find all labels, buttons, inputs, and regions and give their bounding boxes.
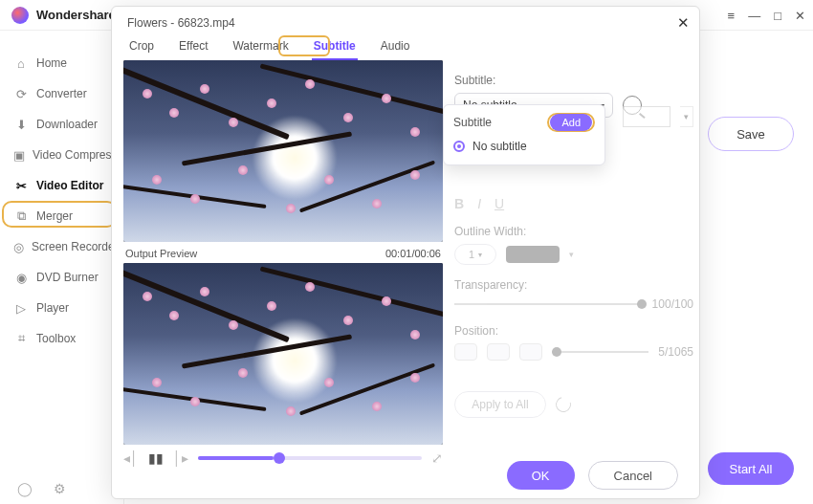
font-color-input[interactable] [623,106,670,127]
cancel-button[interactable]: Cancel [588,461,678,490]
outline-width-select[interactable]: 1▾ [454,244,496,265]
grid-icon: ⌗ [13,331,29,346]
radio-selected-icon [453,141,465,152]
position-right-button[interactable] [519,343,542,361]
close-button[interactable]: ✕ [795,9,805,23]
app-logo-icon [11,7,29,24]
sidebar-item-merger[interactable]: ⧉Merger [0,201,123,231]
output-preview-label: Output Preview [125,248,197,259]
highlight-annotation: Add [547,113,595,132]
sidebar-item-label: Home [36,56,67,70]
play-icon: ▷ [13,300,29,316]
compress-icon: ▣ [13,147,25,163]
sidebar-item-screen-recorder[interactable]: ◎Screen Recorder [0,231,123,262]
timecode-label: 00:01/00:06 [385,248,441,259]
sidebar-item-downloader[interactable]: ⬇Downloader [0,109,123,140]
maximize-button[interactable]: □ [774,9,781,23]
transparency-value: 100/100 [652,297,693,311]
position-value: 5/1065 [658,345,693,359]
converter-icon: ⟳ [13,86,29,101]
outline-color-swatch[interactable] [506,246,560,263]
subtitle-dropdown-popover: Subtitle Add No subtitle [443,104,605,165]
subtitle-option-none[interactable]: No subtitle [453,138,595,155]
preview-column: Output Preview 00:01/00:06 ◂│ ▮▮ │▸ ⤢ [112,56,443,452]
popover-heading: Subtitle [453,116,492,129]
hamburger-icon[interactable]: ≡ [728,9,736,23]
chevron-down-icon[interactable]: ▾ [680,106,693,127]
sidebar-item-compressor[interactable]: ▣Video Compressor [0,140,123,170]
add-subtitle-button[interactable]: Add [550,114,592,131]
modal-footer: OK Cancel [112,452,699,498]
sidebar-item-label: Video Editor [36,179,103,192]
merge-icon: ⧉ [13,208,29,224]
position-center-button[interactable] [487,343,510,361]
scissors-icon: ✂ [13,178,29,193]
user-icon[interactable]: ◯ [17,481,33,496]
modal-close-button[interactable]: ✕ [677,14,690,32]
sidebar-item-label: Merger [36,209,73,223]
sidebar-item-label: Converter [36,87,87,100]
app-brand: Wondershare [0,7,116,24]
settings-icon[interactable]: ⚙ [54,481,66,496]
start-all-button[interactable]: Start All [708,452,794,485]
source-preview [123,60,443,242]
sidebar-item-label: Video Compressor [33,148,123,162]
sidebar-item-toolbox[interactable]: ⌗Toolbox [0,323,123,354]
sidebar-item-label: Downloader [36,118,98,131]
subtitle-option-label: No subtitle [472,140,527,153]
italic-icon[interactable]: I [477,196,481,211]
sidebar-item-converter[interactable]: ⟳Converter [0,78,123,109]
reset-icon[interactable] [553,394,574,415]
settings-column: Subtitle: No subtitle ▾ Subtitle Add [443,56,711,452]
transparency-label: Transparency: [454,278,693,292]
download-icon: ⬇ [13,117,29,132]
sidebar-item-label: Screen Recorder [32,240,119,253]
sidebar-item-dvd-burner[interactable]: ◉DVD Burner [0,262,123,293]
transparency-slider[interactable] [454,303,643,305]
subtitle-label: Subtitle: [454,74,693,87]
sidebar: ⌂Home ⟳Converter ⬇Downloader ▣Video Comp… [0,31,124,504]
minimize-button[interactable]: — [748,9,760,23]
app-brand-text: Wondershare [36,8,116,22]
record-icon: ◎ [13,239,24,254]
sidebar-item-video-editor[interactable]: ✂Video Editor [0,170,123,201]
sidebar-item-label: Toolbox [36,332,76,345]
position-label: Position: [454,324,693,338]
outline-width-label: Outline Width: [454,225,693,238]
ok-button[interactable]: OK [507,461,575,490]
position-slider[interactable] [552,351,648,353]
save-button[interactable]: Save [708,117,794,151]
disc-icon: ◉ [13,270,29,285]
modal-title: Flowers - 66823.mp4 [112,7,699,32]
apply-to-all-button[interactable]: Apply to All [454,391,546,418]
bold-icon[interactable]: B [454,196,464,211]
underline-icon[interactable]: U [494,196,504,211]
editor-modal: Flowers - 66823.mp4 ✕ Crop Effect Waterm… [111,6,700,499]
output-preview [123,263,443,445]
sidebar-item-label: Player [36,301,69,315]
sidebar-item-player[interactable]: ▷Player [0,293,123,323]
sidebar-item-label: DVD Burner [36,271,99,284]
home-icon: ⌂ [13,55,29,71]
sidebar-item-home[interactable]: ⌂Home [0,48,123,78]
position-left-button[interactable] [454,343,477,361]
